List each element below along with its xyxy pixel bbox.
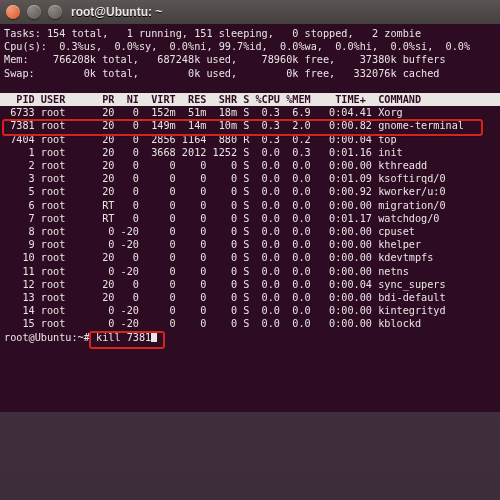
- process-row: 6 root RT 0 0 0 0 S 0.0 0.0 0:00.00 migr…: [0, 199, 500, 212]
- summary-swap: Swap: 0k total, 0k used, 0k free, 332076…: [0, 67, 500, 80]
- titlebar[interactable]: root@Ubuntu: ~: [0, 0, 500, 24]
- process-row: 3 root 20 0 0 0 0 S 0.0 0.0 0:01.09 ksof…: [0, 172, 500, 185]
- summary-cpu: Cpu(s): 0.3%us, 0.0%sy, 0.0%ni, 99.7%id,…: [0, 40, 500, 53]
- process-row: 10 root 20 0 0 0 0 S 0.0 0.0 0:00.00 kde…: [0, 251, 500, 264]
- process-table: 6733 root 20 0 152m 51m 18m S 0.3 6.9 0:…: [0, 106, 500, 330]
- prompt-hash: #: [84, 332, 90, 343]
- process-table-header: PID USER PR NI VIRT RES SHR S %CPU %MEM …: [0, 93, 500, 106]
- summary-tasks: Tasks: 154 total, 1 running, 151 sleepin…: [0, 27, 500, 40]
- process-row: 12 root 20 0 0 0 0 S 0.0 0.0 0:00.04 syn…: [0, 278, 500, 291]
- prompt-user-host: root@Ubuntu: [4, 332, 71, 343]
- process-row: 11 root 0 -20 0 0 0 S 0.0 0.0 0:00.00 ne…: [0, 265, 500, 278]
- maximize-icon[interactable]: [48, 5, 62, 19]
- summary-mem: Mem: 766208k total, 687248k used, 78960k…: [0, 53, 500, 66]
- process-row: 1 root 20 0 3668 2012 1252 S 0.0 0.3 0:0…: [0, 146, 500, 159]
- cursor-icon: [151, 331, 157, 342]
- terminal-window: root@Ubuntu: ~ Tasks: 154 total, 1 runni…: [0, 0, 500, 412]
- typed-command: kill 7381: [96, 332, 151, 343]
- terminal-body[interactable]: Tasks: 154 total, 1 running, 151 sleepin…: [0, 24, 500, 412]
- process-row: 9 root 0 -20 0 0 0 S 0.0 0.0 0:00.00 khe…: [0, 238, 500, 251]
- process-row: 5 root 20 0 0 0 0 S 0.0 0.0 0:00.92 kwor…: [0, 185, 500, 198]
- process-row: 13 root 20 0 0 0 0 S 0.0 0.0 0:00.00 bdi…: [0, 291, 500, 304]
- process-row: 8 root 0 -20 0 0 0 S 0.0 0.0 0:00.00 cpu…: [0, 225, 500, 238]
- window-title: root@Ubuntu: ~: [71, 5, 162, 19]
- close-icon[interactable]: [6, 5, 20, 19]
- shell-prompt-line[interactable]: root@Ubuntu:~# kill 7381: [0, 331, 500, 344]
- process-row: 7 root RT 0 0 0 0 S 0.0 0.0 0:01.17 watc…: [0, 212, 500, 225]
- process-row: 2 root 20 0 0 0 0 S 0.0 0.0 0:00.00 kthr…: [0, 159, 500, 172]
- process-row: 15 root 0 -20 0 0 0 S 0.0 0.0 0:00.00 kb…: [0, 317, 500, 330]
- process-row: 6733 root 20 0 152m 51m 18m S 0.3 6.9 0:…: [0, 106, 500, 119]
- process-row: 7381 root 20 0 149m 14m 10m S 0.3 2.0 0:…: [0, 119, 500, 132]
- process-row: 14 root 0 -20 0 0 0 S 0.0 0.0 0:00.00 ki…: [0, 304, 500, 317]
- blank-line: [0, 80, 500, 93]
- minimize-icon[interactable]: [27, 5, 41, 19]
- process-row: 7404 root 20 0 2856 1164 880 R 0.3 0.2 0…: [0, 133, 500, 146]
